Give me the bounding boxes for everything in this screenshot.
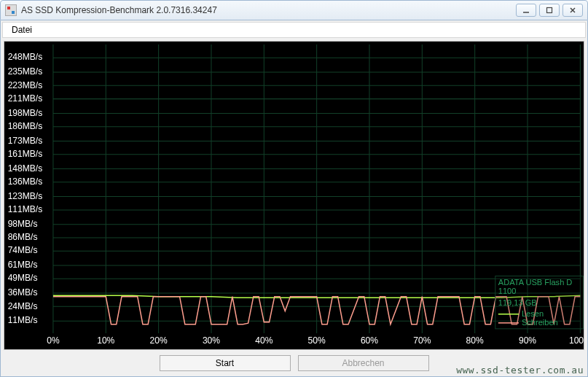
legend-capacity: 119,13 GB (498, 298, 537, 307)
close-button[interactable] (562, 4, 583, 17)
menu-bar: Datei (2, 22, 586, 38)
button-bar: Start Abbrechen (2, 351, 586, 375)
svg-text:70%: 70% (413, 335, 431, 346)
svg-text:148MB/s: 148MB/s (8, 163, 43, 174)
compression-chart: 248MB/s235MB/s223MB/s211MB/s198MB/s186MB… (4, 42, 584, 349)
svg-text:80%: 80% (466, 335, 484, 346)
svg-text:10%: 10% (97, 335, 114, 346)
svg-text:61MB/s: 61MB/s (8, 260, 38, 270)
svg-rect-1 (547, 8, 552, 13)
svg-text:86MB/s: 86MB/s (8, 232, 38, 242)
svg-text:0%: 0% (47, 335, 60, 346)
title-bar: AS SSD Kompression-Benchmark 2.0.7316.34… (0, 0, 588, 20)
svg-text:90%: 90% (519, 335, 536, 346)
window-title: AS SSD Kompression-Benchmark 2.0.7316.34… (21, 5, 217, 15)
svg-text:20%: 20% (150, 335, 168, 346)
svg-text:100%: 100% (569, 335, 584, 346)
minimize-icon (522, 7, 530, 14)
svg-text:248MB/s: 248MB/s (8, 52, 43, 62)
svg-text:211MB/s: 211MB/s (8, 93, 43, 104)
start-button[interactable]: Start (160, 355, 291, 371)
app-icon (5, 4, 17, 16)
svg-text:161MB/s: 161MB/s (8, 149, 43, 159)
svg-text:98MB/s: 98MB/s (8, 219, 38, 229)
close-icon (569, 7, 576, 14)
legend-read: Lesen (522, 309, 544, 318)
svg-text:36MB/s: 36MB/s (8, 287, 38, 298)
svg-text:49MB/s: 49MB/s (8, 273, 38, 283)
legend-write: Schreiben (522, 318, 558, 327)
legend-model: 1100 (498, 287, 517, 295)
svg-text:173MB/s: 173MB/s (8, 136, 43, 146)
svg-text:136MB/s: 136MB/s (8, 176, 43, 187)
abort-button: Abbrechen (298, 355, 429, 371)
maximize-button[interactable] (539, 4, 560, 17)
svg-text:123MB/s: 123MB/s (8, 191, 43, 201)
minimize-button[interactable] (516, 4, 536, 17)
menu-file[interactable]: Datei (6, 23, 38, 36)
chart-legend: ADATA USB Flash D 1100 119,13 GB Lesen S… (495, 276, 584, 329)
svg-text:111MB/s: 111MB/s (8, 204, 43, 214)
svg-text:40%: 40% (255, 335, 273, 346)
svg-text:223MB/s: 223MB/s (8, 80, 43, 90)
svg-text:11MB/s: 11MB/s (8, 315, 38, 325)
svg-text:24MB/s: 24MB/s (8, 301, 38, 311)
maximize-icon (546, 7, 553, 14)
client-area: Datei 248MB/s235MB/s223MB/s211MB/s198MB/… (0, 20, 588, 377)
legend-device: ADATA USB Flash D (498, 278, 573, 287)
svg-text:50%: 50% (308, 335, 326, 346)
svg-text:60%: 60% (361, 335, 378, 346)
svg-text:74MB/s: 74MB/s (8, 245, 38, 255)
svg-text:30%: 30% (203, 335, 220, 346)
svg-text:198MB/s: 198MB/s (8, 108, 43, 118)
svg-text:235MB/s: 235MB/s (8, 66, 43, 77)
chart-area: 248MB/s235MB/s223MB/s211MB/s198MB/s186MB… (4, 41, 584, 350)
svg-text:186MB/s: 186MB/s (8, 121, 43, 131)
